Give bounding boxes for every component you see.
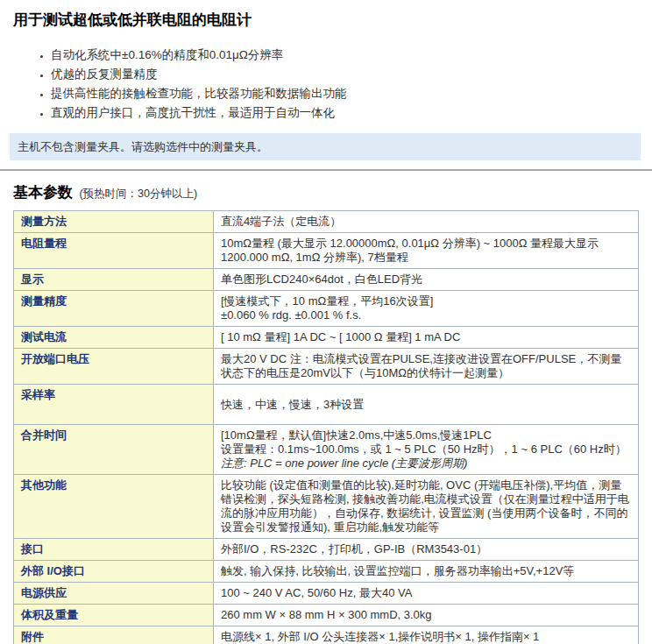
section-subtitle: (预热时间：30分钟以上) xyxy=(79,188,197,200)
spec-value-line: 快速，中速，慢速，3种设置 xyxy=(221,398,631,412)
spec-label-cell: 开放端口电压 xyxy=(14,349,214,385)
table-row: 其他功能 比较功能 (设定值和测量值的比较),延时功能, OVC (开端电压补偿… xyxy=(14,475,639,539)
spec-value-cell: 比较功能 (设定值和测量值的比较),延时功能, OVC (开端电压补偿),平均值… xyxy=(214,475,639,539)
spec-label-cell: 测量精度 xyxy=(14,291,214,327)
spec-value-line: 电源线× 1, 外部 I/O 公头连接器× 1,操作说明书× 1, 操作指南× … xyxy=(221,630,631,644)
spec-value-line: 260 mm W × 88 mm H × 300 mmD, 3.0kg xyxy=(221,608,631,622)
section-divider xyxy=(0,169,652,171)
notice-text: 主机不包含测量夹具。请选购选件中的测量夹具。 xyxy=(18,140,268,153)
table-row: 测量精度 [慢速模式下，10 mΩ量程，平均16次设置]±0.060 % rdg… xyxy=(14,291,639,327)
spec-value-cell: 10mΩ量程 (最大显示 12.00000mΩ, 0.01μΩ 分辨率) ~ 1… xyxy=(214,233,639,269)
spec-label-cell: 显示 xyxy=(14,269,214,291)
spec-value-line: [慢速模式下，10 mΩ量程，平均16次设置] xyxy=(221,294,631,308)
table-row: 外部 I/O接口 触发, 输入保持, 比较输出, 设置监控端口，服务器功率输出+… xyxy=(14,561,639,583)
spec-value-line: 注意: PLC = one power line cycle (主要波形周期) xyxy=(221,456,631,471)
notice-box: 主机不包含测量夹具。请选购选件中的测量夹具。 xyxy=(10,133,641,160)
table-row: 接口 外部I/O，RS-232C，打印机，GP-IB（RM3543-01） xyxy=(14,539,639,561)
spec-value-line: 单色图形LCD240×64dot，白色LED背光 xyxy=(221,272,631,287)
page-title: 用于测试超低或低并联电阻的电阻计 xyxy=(13,11,639,30)
spec-value-cell: 单色图形LCD240×64dot，白色LED背光 xyxy=(214,269,639,291)
spec-value-cell: [10mΩ量程，默认值]快速2.0ms,中速5.0ms,慢速1PLC设置量程：0… xyxy=(214,425,639,475)
spec-value-line: 设置量程：0.1ms~100.0ms，或 1 ~ 5 PLC（50 Hz时），1… xyxy=(221,442,631,456)
spec-value-cell: 100 ~ 240 V AC, 50/60 Hz, 最大40 VA xyxy=(214,583,639,605)
table-row: 附件 电源线× 1, 外部 I/O 公头连接器× 1,操作说明书× 1, 操作指… xyxy=(14,626,639,644)
spec-label-cell: 电源供应 xyxy=(14,583,214,605)
feature-item: 自动化系统中±0.16%的精度和0.01μΩ分辨率 xyxy=(51,46,652,65)
spec-label-cell: 接口 xyxy=(14,539,214,561)
spec-value-cell: 直流4端子法（定电流） xyxy=(214,211,639,233)
spec-label-cell: 附件 xyxy=(14,626,214,644)
spec-value-line: 100 ~ 240 V AC, 50/60 Hz, 最大40 VA xyxy=(221,586,631,600)
spec-label-cell: 电阻量程 xyxy=(14,233,214,269)
feature-list: 自动化系统中±0.16%的精度和0.01μΩ分辨率优越的反复测量精度提供高性能的… xyxy=(0,46,652,123)
spec-table: 测量方法 直流4端子法（定电流） 电阻量程 10mΩ量程 (最大显示 12.00… xyxy=(13,210,639,644)
table-row: 电阻量程 10mΩ量程 (最大显示 12.00000mΩ, 0.01μΩ 分辨率… xyxy=(14,233,639,269)
spec-value-cell: [慢速模式下，10 mΩ量程，平均16次设置]±0.060 % rdg. ±0.… xyxy=(214,291,639,327)
table-row: 显示 单色图形LCD240×64dot，白色LED背光 xyxy=(14,269,639,291)
table-row: 测试电流 [ 10 mΩ 量程] 1A DC ~ [ 1000 Ω 量程] 1 … xyxy=(14,327,639,349)
section-heading: 基本参数 (预热时间：30分钟以上) xyxy=(13,182,652,202)
feature-item: 提供高性能的接触检查功能，比较器功能和数据输出功能 xyxy=(51,84,652,103)
spec-label-cell: 测量方法 xyxy=(14,211,214,233)
spec-value-cell: 最大20 V DC 注：电流模式设置在PULSE,连接改进设置在OFF/PULS… xyxy=(214,349,639,385)
table-row: 开放端口电压 最大20 V DC 注：电流模式设置在PULSE,连接改进设置在O… xyxy=(14,349,639,385)
spec-value-cell: 触发, 输入保持, 比较输出, 设置监控端口，服务器功率输出+5V,+12V等 xyxy=(214,561,639,583)
product-spec-page: 用于测试超低或低并联电阻的电阻计 自动化系统中±0.16%的精度和0.01μΩ分… xyxy=(0,11,652,644)
spec-value-line: 触发, 输入保持, 比较输出, 设置监控端口，服务器功率输出+5V,+12V等 xyxy=(221,564,631,578)
spec-value-line: 比较功能 (设定值和测量值的比较),延时功能, OVC (开端电压补偿),平均值… xyxy=(221,478,631,534)
spec-label-cell: 外部 I/O接口 xyxy=(14,561,214,583)
spec-value-line: [ 10 mΩ 量程] 1A DC ~ [ 1000 Ω 量程] 1 mA DC xyxy=(221,330,631,344)
spec-value-cell: 电源线× 1, 外部 I/O 公头连接器× 1,操作说明书× 1, 操作指南× … xyxy=(214,626,639,644)
spec-value-line: ±0.060 % rdg. ±0.001 % f.s. xyxy=(221,308,631,322)
table-row: 采样率 快速，中速，慢速，3种设置 xyxy=(14,385,639,425)
spec-label-cell: 采样率 xyxy=(14,385,214,425)
feature-item: 优越的反复测量精度 xyxy=(51,65,652,84)
spec-value-line: 最大20 V DC 注：电流模式设置在PULSE,连接改进设置在OFF/PULS… xyxy=(221,352,631,380)
spec-value-cell: 外部I/O，RS-232C，打印机，GP-IB（RM3543-01） xyxy=(214,539,639,561)
table-row: 合并时间 [10mΩ量程，默认值]快速2.0ms,中速5.0ms,慢速1PLC设… xyxy=(14,425,639,475)
spec-value-cell: 260 mm W × 88 mm H × 300 mmD, 3.0kg xyxy=(214,605,639,626)
feature-item: 直观的用户接口，高度抗干扰性，最适用于自动一体化 xyxy=(51,103,652,123)
table-row: 电源供应 100 ~ 240 V AC, 50/60 Hz, 最大40 VA xyxy=(14,583,639,605)
spec-label-cell: 体积及重量 xyxy=(14,605,214,626)
spec-value-line: [10mΩ量程，默认值]快速2.0ms,中速5.0ms,慢速1PLC xyxy=(221,428,631,442)
spec-label-cell: 合并时间 xyxy=(14,425,214,475)
spec-label-cell: 测试电流 xyxy=(14,327,214,349)
spec-table-body: 测量方法 直流4端子法（定电流） 电阻量程 10mΩ量程 (最大显示 12.00… xyxy=(14,211,639,644)
table-row: 测量方法 直流4端子法（定电流） xyxy=(14,211,639,233)
section-title: 基本参数 xyxy=(13,184,73,201)
spec-value-cell: [ 10 mΩ 量程] 1A DC ~ [ 1000 Ω 量程] 1 mA DC xyxy=(214,327,639,349)
spec-value-line: 10mΩ量程 (最大显示 12.00000mΩ, 0.01μΩ 分辨率) ~ 1… xyxy=(221,237,631,265)
table-row: 体积及重量 260 mm W × 88 mm H × 300 mmD, 3.0k… xyxy=(14,605,639,626)
spec-label-cell: 其他功能 xyxy=(14,475,214,539)
spec-value-line: 直流4端子法（定电流） xyxy=(221,215,631,229)
spec-value-cell: 快速，中速，慢速，3种设置 xyxy=(214,385,639,425)
spec-value-line: 外部I/O，RS-232C，打印机，GP-IB（RM3543-01） xyxy=(221,542,631,556)
